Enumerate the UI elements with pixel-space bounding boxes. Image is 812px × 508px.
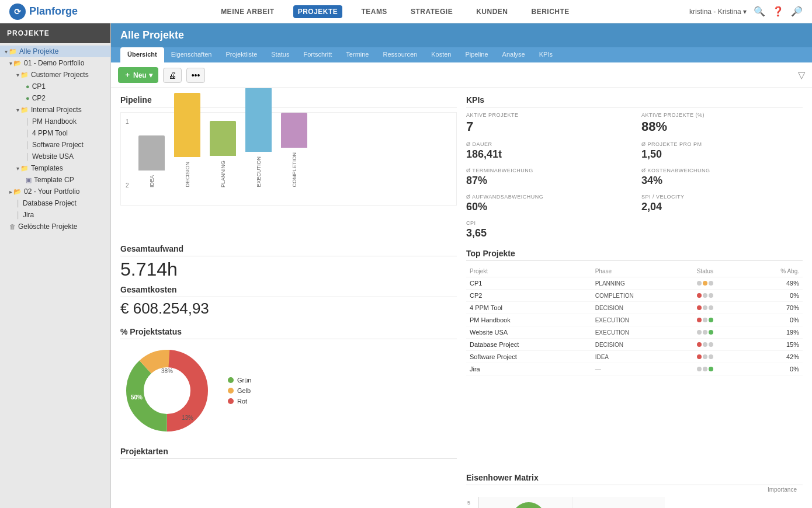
table-row[interactable]: 4 PPM ToolDECISION70% [466, 302, 803, 314]
print-button[interactable]: 🖨 [163, 68, 182, 83]
kpi-aufwandsabweichung: Ø AUFWANDSABWEICHUNG 60% [466, 194, 627, 213]
tab-status[interactable]: Status [264, 47, 296, 62]
tab-ubersicht[interactable]: Übersicht [120, 47, 164, 62]
status-cell [693, 277, 746, 290]
status-cell [693, 290, 746, 302]
filter-icon[interactable]: ▽ [798, 69, 805, 81]
sidebar-label-alle-projekte: Alle Projekte [19, 47, 58, 55]
col-completion: % Abg. [746, 266, 803, 277]
kpis-section: KPIs AKTIVE PROJEKTE 7 AKTIVE PROJEKTE (… [466, 95, 803, 239]
top-projekte-table: Projekt Phase Status % Abg. CP1PLANNING4… [466, 266, 803, 375]
collapse-arrow-internal: ▾ [16, 107, 19, 113]
sidebar-item-templatecp[interactable]: ▣ Template CP [0, 174, 110, 186]
sidebar-tree: ▾ 📁 Alle Projekte ▾ 📂 01 - Demo Portfoli… [0, 43, 110, 235]
table-row[interactable]: CP1PLANNING49% [466, 277, 803, 290]
completion-cell: 19% [746, 326, 803, 339]
nav-projekte[interactable]: PROJEKTE [293, 5, 343, 18]
sidebar-item-dbproject[interactable]: │ Database Project [0, 197, 110, 209]
bar-idea-rect [138, 135, 165, 171]
more-button[interactable]: ••• [186, 68, 206, 83]
status-dot [703, 293, 707, 298]
sidebar-label-templates: Templates [31, 164, 63, 172]
tab-pipeline[interactable]: Pipeline [458, 47, 495, 62]
search-icon[interactable]: 🔍 [754, 6, 765, 17]
sidebar-item-cp1[interactable]: ● CP1 [0, 81, 110, 92]
table-row[interactable]: PM HandbookEXECUTION0% [466, 314, 803, 326]
sidebar-item-internal-projects[interactable]: ▾ 📁 Internal Projects [0, 104, 110, 116]
sidebar-item-customer-projects[interactable]: ▾ 📁 Customer Projects [0, 69, 110, 81]
projektarten-section: Projektarten [120, 447, 457, 464]
nav-meine-arbeit[interactable]: MEINE ARBEIT [216, 5, 279, 18]
svg-text:38%: 38% [161, 368, 173, 374]
tab-kpis[interactable]: KPIs [532, 47, 560, 62]
table-row[interactable]: Jira—0% [466, 363, 803, 375]
sidebar-item-your-portfolio[interactable]: ▸ 📂 02 - Your Portfolio [0, 186, 110, 197]
sidebar-item-alle-projekte[interactable]: ▾ 📁 Alle Projekte [0, 46, 110, 57]
status-dot [697, 293, 702, 298]
status-dot [709, 342, 713, 347]
sidebar-item-demo-portfolio[interactable]: ▾ 📂 01 - Demo Portfolio [0, 57, 110, 69]
nav-berichte[interactable]: BERICHTE [527, 5, 574, 18]
sidebar-item-pmhandbook[interactable]: │ PM Handbook [0, 116, 110, 127]
app-logo: ⟳ Planforge [9, 4, 78, 20]
bar-execution-label: EXECUTION [256, 156, 262, 187]
table-row[interactable]: Database ProjectDECISION15% [466, 339, 803, 351]
legend-label-gelb: Gelb [237, 387, 251, 394]
sidebar-item-jira[interactable]: │ Jira [0, 209, 110, 221]
table-row[interactable]: Software ProjectIDEA42% [466, 351, 803, 363]
phase-cell: COMPLETION [592, 290, 693, 302]
tab-analyse[interactable]: Analyse [495, 47, 532, 62]
project-name-cell: CP2 [466, 290, 592, 302]
nav-teams[interactable]: TEAMS [356, 5, 392, 18]
tab-ressourcen[interactable]: Ressourcen [376, 47, 424, 62]
kpi-label-1: AKTIVE PROJEKTE (%) [641, 112, 803, 118]
phase-cell: DECISION [592, 339, 693, 351]
sidebar-item-4ppm[interactable]: │ 4 PPM Tool [0, 127, 110, 139]
tab-projektliste[interactable]: Projektliste [218, 47, 264, 62]
status-dot [703, 354, 707, 359]
pipeline-chart: 2 1 IDEA DECISION [120, 112, 457, 206]
bar-decision: DECISION [174, 93, 200, 187]
table-row[interactable]: CP2COMPLETION0% [466, 290, 803, 302]
tabs-bar: Übersicht Eigenschaften Projektliste Sta… [111, 47, 812, 62]
status-cell [693, 326, 746, 339]
nav-kunden[interactable]: KUNDEN [471, 5, 512, 18]
sidebar-label-software: Software Project [32, 141, 84, 149]
table-row[interactable]: Website USAEXECUTION19% [466, 326, 803, 339]
tab-eigenschaften[interactable]: Eigenschaften [164, 47, 219, 62]
status-cell [693, 302, 746, 314]
collapse-arrow-your: ▸ [9, 189, 12, 195]
nav-strategie[interactable]: STRATEGIE [406, 5, 457, 18]
sidebar-label-yourportfolio: 02 - Your Portfolio [24, 187, 79, 196]
kpi-value-3: 1,50 [641, 148, 803, 161]
help-icon[interactable]: ❓ [772, 6, 784, 17]
kpi-value-4: 87% [466, 175, 627, 187]
sidebar-item-cp2[interactable]: ● CP2 [0, 92, 110, 104]
settings-icon[interactable]: 🔎 [791, 6, 803, 17]
gesamtkosten-value: € 608.254,93 [120, 300, 457, 318]
col-phase: Phase [592, 266, 693, 277]
legend-dot-rot [228, 398, 234, 404]
sidebar-item-website[interactable]: │ Website USA [0, 151, 110, 162]
dropdown-arrow: ▾ [149, 71, 152, 79]
collapse-arrow-templates: ▾ [16, 165, 19, 172]
project-dot-cp2: ● [26, 95, 30, 102]
sidebar-label-templatecp: Template CP [34, 176, 74, 184]
app-body: PROJEKTE ▾ 📁 Alle Projekte ▾ 📂 01 - Demo… [0, 23, 812, 508]
sidebar-item-deleted[interactable]: 🗑 Gelöschte Projekte [0, 221, 110, 232]
nav-menu: MEINE ARBEIT PROJEKTE TEAMS STRATEGIE KU… [101, 5, 689, 18]
tab-fortschritt[interactable]: Fortschritt [296, 47, 339, 62]
page-title: Alle Projekte [120, 29, 184, 41]
sidebar-item-templates[interactable]: ▾ 📁 Templates [0, 162, 110, 174]
template-icon-cp: ▣ [26, 176, 32, 184]
sidebar-item-software[interactable]: │ Software Project [0, 139, 110, 151]
sidebar-header: PROJEKTE [0, 23, 110, 43]
tab-kosten[interactable]: Kosten [424, 47, 458, 62]
donut-container: 38% 50% 13% Grün Gelb [120, 344, 457, 437]
new-button[interactable]: ＋ Neu ▾ [118, 67, 158, 83]
user-menu[interactable]: kristina - Kristina ▾ [689, 8, 747, 16]
donut-legend: Grün Gelb Rot [228, 377, 251, 405]
tab-termine[interactable]: Termine [339, 47, 376, 62]
project-line-db: │ [16, 200, 20, 207]
sidebar-label-dbproject: Database Project [23, 199, 77, 207]
